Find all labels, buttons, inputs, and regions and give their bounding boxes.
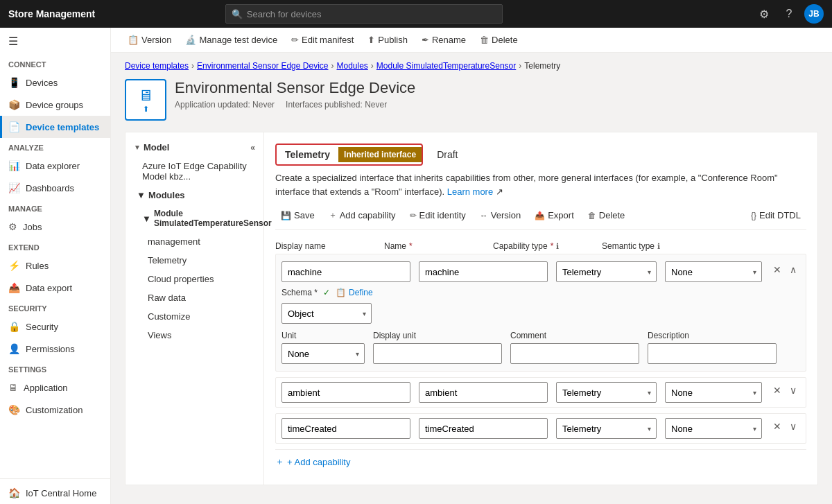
permissions-icon: 👤 — [8, 343, 20, 354]
description-label: Description — [648, 331, 777, 340]
interfaces-published: Interfaces published: Never — [286, 100, 387, 110]
search-icon: 🔍 — [232, 9, 243, 19]
tree-management[interactable]: management — [125, 232, 263, 251]
row2-capability-select[interactable]: Telemetry Property Command — [556, 382, 657, 403]
section-extend: Extend — [0, 238, 110, 254]
row1-name-group — [419, 261, 548, 282]
delete-action-button[interactable]: 🗑 Delete — [582, 207, 631, 223]
row3-main: Telemetry Property Command None — [281, 418, 800, 439]
edit-dtdl-icon: {} — [751, 211, 756, 220]
tree-modules-section[interactable]: ▼ Modules — [125, 186, 263, 205]
action-bar: 💾 Save ＋ Add capability ✏ Edit identity — [275, 207, 806, 230]
edit-dtdl-button[interactable]: {} Edit DTDL — [745, 207, 806, 223]
row1-name-input[interactable] — [419, 261, 548, 282]
breadcrumb-modules[interactable]: Modules — [336, 61, 367, 71]
row1-semantic-select[interactable]: None Temperature Humidity — [665, 261, 762, 282]
edit-manifest-button[interactable]: ✏ Edit manifest — [286, 32, 359, 48]
tree-customize[interactable]: Customize — [125, 307, 263, 326]
tree-module-name[interactable]: ▼ Module SimulatedTemperatureSensor — [125, 205, 263, 232]
row2-semantic-select[interactable]: None Temperature — [665, 382, 762, 403]
version-button[interactable]: 📋 Version — [122, 32, 177, 48]
main-content: 📋 Version 🔬 Manage test device ✏ Edit ma… — [111, 28, 832, 504]
device-header: 🖥 ⬆ Environmental Sensor Edge Device App… — [125, 79, 818, 121]
sidebar-item-application[interactable]: 🖥 Application — [0, 376, 110, 399]
tree-model-section[interactable]: ▼ Model « — [125, 138, 263, 157]
col-name: Name * — [384, 241, 485, 251]
tree-azure-item[interactable]: Azure IoT Edge Capability Model kbz... — [125, 157, 263, 186]
sidebar-item-device-templates[interactable]: 📄 Device templates — [0, 116, 110, 138]
sidebar-item-iot-home[interactable]: 🏠 IoT Central Home — [0, 482, 110, 504]
description-group: Description — [648, 331, 777, 364]
sidebar-item-dashboards[interactable]: 📈 Dashboards — [0, 177, 110, 199]
publish-button[interactable]: ⬆ Publish — [362, 32, 413, 48]
tree-raw-data[interactable]: Raw data ✏ — [125, 288, 263, 307]
add-icon: ＋ — [329, 209, 337, 221]
row2-delete-btn[interactable]: ✕ — [770, 382, 784, 399]
inherited-badge: Inherited interface — [338, 147, 422, 162]
comment-input[interactable] — [510, 343, 639, 364]
publish-icon: ⬆ — [367, 35, 375, 45]
delete-icon: 🗑 — [480, 35, 489, 45]
row3-display-name-input[interactable] — [281, 418, 410, 439]
add-capability-button[interactable]: ＋ Add capability — [323, 207, 401, 224]
rename-button[interactable]: ✒ Rename — [416, 32, 471, 48]
comment-group: Comment — [510, 331, 639, 364]
settings-icon[interactable]: ⚙ — [754, 4, 774, 24]
avatar[interactable]: JB — [804, 4, 824, 24]
sidebar-item-rules[interactable]: ⚡ Rules — [0, 254, 110, 277]
learn-more-link[interactable]: Learn more — [447, 186, 493, 197]
schema-select[interactable]: Object String Integer Double — [281, 303, 372, 324]
hamburger-menu[interactable]: ☰ — [0, 28, 110, 55]
row2-expand-btn[interactable]: ∨ — [787, 382, 799, 399]
row1-delete-btn[interactable]: ✕ — [770, 261, 784, 278]
tree-cloud-properties[interactable]: Cloud properties — [125, 270, 263, 288]
sidebar-item-customization[interactable]: 🎨 Customization — [0, 399, 110, 421]
schema-define-btn[interactable]: 📋 Define — [336, 288, 373, 297]
export-button[interactable]: 📤 Export — [529, 207, 580, 223]
sidebar-item-security[interactable]: 🔒 Security — [0, 315, 110, 338]
sidebar-item-jobs[interactable]: ⚙ Jobs — [0, 216, 110, 238]
device-templates-icon: 📄 — [8, 121, 20, 132]
sidebar-item-device-groups[interactable]: 📦 Device groups — [0, 94, 110, 116]
row2-display-name-input[interactable] — [281, 382, 410, 403]
search-input[interactable] — [247, 9, 496, 19]
tree-telemetry[interactable]: Telemetry — [125, 251, 263, 270]
add-capability-link[interactable]: ＋ + Add capability — [275, 449, 806, 473]
sidebar-item-devices[interactable]: 📱 Devices — [0, 71, 110, 94]
manage-test-button[interactable]: 🔬 Manage test device — [180, 32, 283, 48]
collapse-icon[interactable]: « — [250, 143, 255, 153]
row3-semantic-select[interactable]: None Temperature — [665, 418, 762, 439]
delete-button[interactable]: 🗑 Delete — [474, 32, 523, 48]
row3-expand-btn[interactable]: ∨ — [787, 418, 799, 435]
row3-capability-select[interactable]: Telemetry Property Command — [556, 418, 657, 439]
version-action-button[interactable]: ↔ Version — [474, 207, 526, 223]
telemetry-description: Create a specialized interface that inhe… — [275, 171, 806, 198]
row3-delete-btn[interactable]: ✕ — [770, 418, 784, 435]
breadcrumb-device-templates[interactable]: Device templates — [125, 61, 189, 71]
sidebar: ☰ Connect 📱 Devices 📦 Device groups 📄 De… — [0, 28, 111, 504]
row1-actions: ✕ ∧ — [770, 261, 799, 278]
row1-capability-select[interactable]: Telemetry Property Command — [556, 261, 657, 282]
telemetry-tab[interactable]: Telemetry — [277, 145, 338, 164]
search-bar[interactable]: 🔍 — [225, 4, 503, 24]
col-semantic-type: Semantic type ℹ — [602, 241, 702, 251]
sidebar-item-data-explorer[interactable]: 📊 Data explorer — [0, 155, 110, 177]
breadcrumb-env-device[interactable]: Environmental Sensor Edge Device — [197, 61, 328, 71]
row1-expand-btn[interactable]: ∧ — [787, 261, 799, 278]
display-unit-input[interactable] — [373, 343, 502, 364]
sidebar-item-permissions[interactable]: 👤 Permissions — [0, 338, 110, 360]
help-icon[interactable]: ? — [779, 4, 799, 24]
draft-tab[interactable]: Draft — [428, 145, 466, 164]
section-connect: Connect — [0, 55, 110, 71]
row3-name-input[interactable] — [419, 418, 548, 439]
breadcrumb-module-sensor[interactable]: Module SimulatedTemperatureSensor — [376, 61, 516, 71]
row1-display-name-input[interactable] — [281, 261, 410, 282]
edit-identity-button[interactable]: ✏ Edit identity — [404, 207, 471, 223]
unit-select[interactable]: None Celsius Fahrenheit — [281, 343, 365, 364]
sidebar-item-data-export[interactable]: 📤 Data export — [0, 277, 110, 299]
description-input[interactable] — [648, 343, 777, 364]
row2-name-input[interactable] — [419, 382, 548, 403]
tree-views[interactable]: Views — [125, 326, 263, 345]
save-button[interactable]: 💾 Save — [275, 207, 320, 223]
row1-capability-wrapper: Telemetry Property Command — [556, 261, 657, 282]
